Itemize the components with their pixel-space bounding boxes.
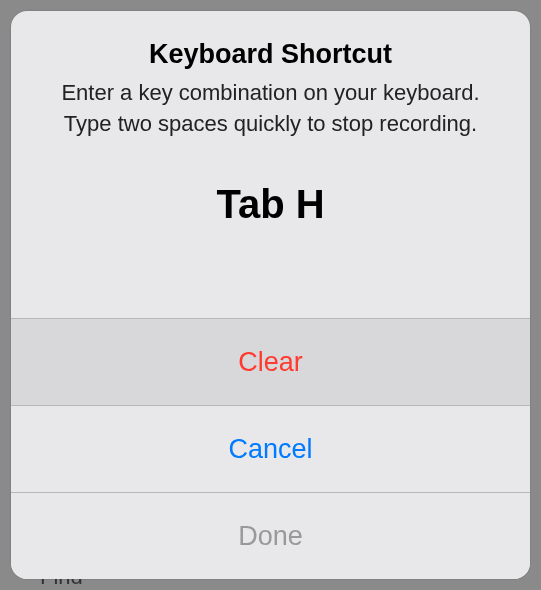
keyboard-shortcut-alert: Keyboard Shortcut Enter a key combinatio… [11,11,530,579]
alert-title: Keyboard Shortcut [45,39,496,70]
done-button[interactable]: Done [11,492,530,579]
alert-button-group: Clear Cancel Done [11,318,530,579]
alert-content: Keyboard Shortcut Enter a key combinatio… [11,11,530,318]
clear-button[interactable]: Clear [11,318,530,405]
shortcut-recording-display[interactable]: Tab H [45,182,496,227]
cancel-button[interactable]: Cancel [11,405,530,492]
alert-message: Enter a key combination on your keyboard… [45,78,496,140]
